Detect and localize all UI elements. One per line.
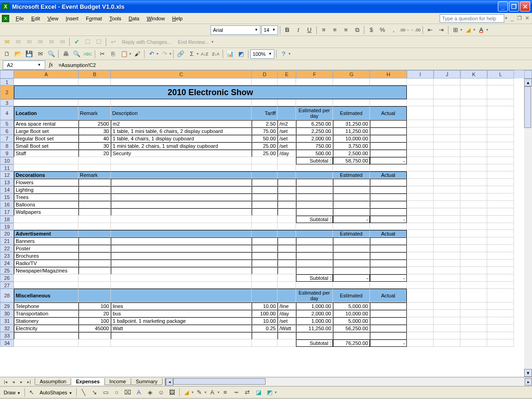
cell-G18[interactable]: - [333, 216, 370, 223]
cell-K4[interactable] [460, 106, 487, 120]
cell-G28[interactable]: Estimated [333, 289, 370, 302]
cell-L14[interactable] [487, 186, 514, 193]
cell-K33[interactable] [460, 332, 487, 339]
cell-E17[interactable] [278, 208, 296, 216]
row-header-34[interactable]: 34 [0, 339, 14, 347]
cell-B3[interactable] [79, 99, 111, 106]
cell-G33[interactable] [333, 332, 370, 339]
cell-F30[interactable]: 2,000.00 [296, 310, 333, 317]
row-header-4[interactable]: 4 [0, 106, 14, 120]
cell-D6[interactable]: 75.00 [252, 127, 278, 135]
cell-A12[interactable]: Decorations [14, 171, 79, 179]
cell-J15[interactable] [434, 193, 460, 201]
cell-C14[interactable] [111, 186, 252, 193]
minimize-button[interactable]: _ [498, 1, 508, 12]
cell-I5[interactable] [407, 120, 434, 127]
bold-button[interactable]: B [282, 25, 292, 35]
cell-L25[interactable] [487, 267, 514, 274]
cell-G8[interactable]: 3,750.00 [333, 142, 370, 150]
percent-button[interactable]: % [377, 25, 387, 35]
excel-doc-icon[interactable]: X [2, 15, 9, 22]
cell-F26[interactable]: Subtotal : [296, 274, 333, 282]
font-color-button[interactable]: A [476, 25, 486, 35]
row-header-31[interactable]: 31 [0, 317, 14, 325]
col-header-C[interactable]: C [111, 70, 252, 79]
cell-I22[interactable] [407, 245, 434, 252]
cell-E25[interactable] [278, 267, 296, 274]
row-header-7[interactable]: 7 [0, 135, 14, 142]
print-preview-button[interactable]: 🔍 [72, 49, 82, 59]
cell-I8[interactable] [407, 142, 434, 150]
select-objects-button[interactable]: ↖ [27, 387, 37, 398]
cell-E14[interactable] [278, 186, 296, 193]
row-header-30[interactable]: 30 [0, 310, 14, 317]
cell-D3[interactable] [252, 99, 278, 106]
align-right-button[interactable]: ≡ [341, 25, 351, 35]
arrow-button[interactable]: ↘ [90, 387, 100, 398]
cell-J6[interactable] [434, 127, 460, 135]
tab-nav-prev[interactable]: ◂ [10, 378, 17, 386]
cell-I11[interactable] [407, 164, 434, 171]
redo-dropdown[interactable]: ▾ [169, 52, 171, 56]
cell-F10[interactable]: Subtotal : [296, 157, 333, 164]
cell-A1[interactable] [14, 79, 79, 85]
cell-H1[interactable] [370, 79, 407, 85]
cell-H32[interactable] [370, 325, 407, 332]
help-search-dropdown[interactable]: ▼ [504, 16, 508, 20]
cell-I25[interactable] [407, 267, 434, 274]
cell-H21[interactable] [370, 237, 407, 245]
cell-H22[interactable] [370, 245, 407, 252]
cell-C15[interactable] [111, 193, 252, 201]
font-color-draw-dropdown[interactable]: ▾ [218, 390, 219, 394]
col-header-E[interactable]: E [278, 70, 296, 79]
cell-J12[interactable] [434, 171, 460, 179]
cell-C32[interactable]: Watt [111, 325, 252, 332]
cell-B25[interactable] [79, 267, 111, 274]
cell-B26[interactable] [79, 274, 111, 282]
fill-color-dropdown[interactable]: ▾ [473, 28, 475, 32]
cell-J25[interactable] [434, 267, 460, 274]
cell-L11[interactable] [487, 164, 514, 171]
row-header-32[interactable]: 32 [0, 325, 14, 332]
cell-G31[interactable]: 5,000.00 [333, 317, 370, 325]
row-header-16[interactable]: 16 [0, 201, 14, 208]
cell-K10[interactable] [460, 157, 487, 164]
cell-J23[interactable] [434, 252, 460, 260]
cell-H6[interactable] [370, 127, 407, 135]
cell-G15[interactable] [333, 193, 370, 201]
cell-I19[interactable] [407, 223, 434, 230]
cell-E7[interactable]: /set [278, 135, 296, 142]
cell-K11[interactable] [460, 164, 487, 171]
cell-J5[interactable] [434, 120, 460, 127]
cell-L32[interactable] [487, 325, 514, 332]
cell-B21[interactable] [79, 237, 111, 245]
cell-F6[interactable]: 2,250.00 [296, 127, 333, 135]
cell-I34[interactable] [407, 339, 434, 347]
menu-data[interactable]: Data [125, 15, 143, 22]
cell-F29[interactable]: 1,000.00 [296, 302, 333, 310]
cell-C31[interactable]: 1 ballpoint, 1 marketing package [111, 317, 252, 325]
cell-J19[interactable] [434, 223, 460, 230]
cell-A29[interactable]: Telephone [14, 302, 79, 310]
cell-D21[interactable] [252, 237, 278, 245]
cell-F5[interactable]: 6,250.00 [296, 120, 333, 127]
decrease-indent-button[interactable]: ⇤ [425, 25, 435, 35]
menu-format[interactable]: Format [82, 15, 106, 22]
cell-B8[interactable]: 30 [79, 142, 111, 150]
row-header-3[interactable]: 3 [0, 99, 14, 106]
cell-E5[interactable]: /m2 [278, 120, 296, 127]
cell-J33[interactable] [434, 332, 460, 339]
cell-E16[interactable] [278, 201, 296, 208]
cell-B9[interactable]: 20 [79, 150, 111, 157]
cell-E32[interactable]: /Watt [278, 325, 296, 332]
sheet-tab-assumption[interactable]: Assumption [35, 378, 71, 385]
tab-nav-next[interactable]: ▸ [18, 378, 25, 386]
cell-F34[interactable]: Subtotal : [296, 339, 333, 347]
help-search-input[interactable] [440, 14, 504, 23]
cell-E21[interactable] [278, 237, 296, 245]
scroll-up-button[interactable]: ▲ [524, 79, 532, 86]
cell-E27[interactable] [278, 282, 296, 289]
cell-A24[interactable]: Radio/TV [14, 260, 79, 267]
cell-K3[interactable] [460, 99, 487, 106]
currency-button[interactable]: $ [366, 25, 376, 35]
